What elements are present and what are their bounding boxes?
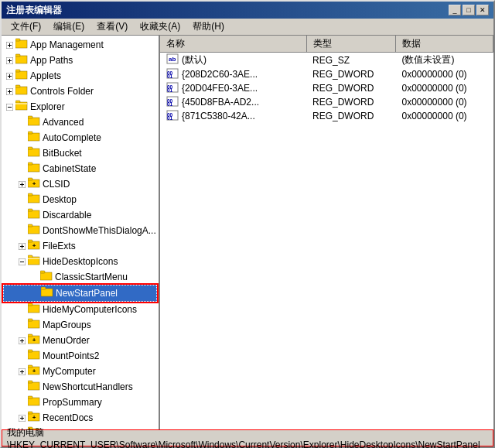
svg-rect-63 [28, 319, 32, 321]
expand-btn-hidedesktopicons[interactable] [15, 255, 28, 268]
svg-rect-60 [28, 305, 39, 313]
expand-btn-bitbucket[interactable] [15, 147, 28, 159]
svg-text:ab: ab [169, 56, 176, 63]
svg-rect-41 [28, 210, 39, 218]
tree-item-mountpoints2[interactable]: MountPoints2 [3, 348, 157, 364]
tree-item-app-paths[interactable]: App Paths [3, 53, 157, 68]
expand-btn-classicstartmenu[interactable] [28, 271, 40, 283]
menu-favorites[interactable]: 收藏夹(A) [134, 19, 186, 35]
tree-item-advanced[interactable]: Advanced [3, 115, 157, 130]
expand-btn-menuorder[interactable] [15, 334, 28, 347]
expand-btn-desktop[interactable] [15, 193, 28, 206]
tree-item-mapgroups[interactable]: MapGroups [3, 317, 157, 333]
tree-item-clsid[interactable]: +CLSID [3, 176, 157, 192]
menu-file[interactable]: 文件(F) [5, 19, 47, 35]
tree-item-desktop[interactable]: Desktop [3, 192, 157, 207]
expand-btn-mountpoints2[interactable] [15, 350, 28, 362]
tree-item-newshortcuthandlers[interactable]: NewShortcutHandlers [3, 379, 157, 395]
tree-item-app-management[interactable]: App Management [3, 37, 157, 53]
expand-btn-recentdocs[interactable] [15, 412, 28, 424]
tree-panel[interactable]: App ManagementApp PathsAppletsControls F… [2, 36, 160, 429]
tree-item-hidemycomputericons[interactable]: HideMyComputerIcons [3, 302, 157, 317]
expand-btn-clsid[interactable] [15, 178, 28, 190]
tree-item-newstartpanel[interactable]: NewStartPanel [3, 285, 157, 302]
menu-edit[interactable]: 编辑(E) [47, 19, 90, 35]
expand-btn-propsummary[interactable] [15, 396, 28, 409]
tree-item-controls-folder[interactable]: Controls Folder [3, 84, 157, 99]
expand-btn-donshowme[interactable] [15, 224, 28, 237]
registry-table: 名称 类型 数据 ab (默认)REG_SZ(数值未设置) 00 01 {208… [160, 36, 493, 123]
folder-icon-classicstartmenu [40, 270, 53, 284]
folder-icon-desktop [28, 193, 40, 207]
tree-item-classicstartmenu[interactable]: ClassicStartMenu [3, 269, 157, 285]
tree-item-cabinetstate[interactable]: CabinetState [3, 161, 157, 176]
folder-icon-donshowme [28, 224, 40, 238]
tree-item-bitbucket[interactable]: BitBucket [3, 145, 157, 161]
cell-type-4: REG_DWORD [306, 109, 396, 123]
expand-btn-mapgroups[interactable] [15, 319, 28, 331]
tree-label-mountpoints2: MountPoints2 [43, 350, 99, 362]
folder-icon-fileexts: + [28, 239, 40, 253]
tree-label-advanced: Advanced [43, 116, 84, 128]
tree-label-newshortcuthandlers: NewShortcutHandlers [43, 381, 133, 393]
tree-item-menuorder[interactable]: +MenuOrder [3, 333, 157, 348]
expand-btn-mycomputer[interactable] [15, 365, 28, 378]
tree-item-discardable[interactable]: Discardable [3, 207, 157, 223]
tree-item-donshowme[interactable]: DontShowMeThisDialogA... [3, 223, 157, 238]
tree-item-explorer[interactable]: Explorer [3, 99, 157, 115]
cell-name-4: 00 01 {871C5380-42A... [160, 109, 306, 123]
expand-btn-fileexts[interactable] [15, 240, 28, 252]
title-bar-buttons: _ □ ✕ [449, 5, 489, 15]
expand-btn-autocomplete[interactable] [15, 132, 28, 144]
tree-item-propsummary[interactable]: PropSummary [3, 395, 157, 410]
svg-text:+: + [32, 368, 36, 374]
expand-btn-explorer[interactable] [3, 101, 15, 113]
reg-icon-2: 00 01 [166, 82, 179, 95]
expand-btn-app-management[interactable] [3, 39, 15, 51]
svg-rect-62 [28, 320, 39, 328]
tree-label-app-management: App Management [30, 39, 104, 51]
tree-label-mapgroups: MapGroups [43, 319, 91, 331]
expand-btn-newshortcuthandlers[interactable] [15, 381, 28, 393]
reg-icon-0: ab [166, 53, 179, 67]
col-name[interactable]: 名称 [160, 36, 306, 53]
table-row[interactable]: 00 01 {208D2C60-3AE...REG_DWORD0x0000000… [160, 67, 493, 81]
cell-data-4: 0x00000000 (0) [396, 109, 493, 123]
folder-icon-applets [15, 69, 28, 83]
svg-text:01: 01 [167, 115, 173, 121]
title-bar: 注册表编辑器 _ □ ✕ [2, 2, 493, 19]
tree-item-fileexts[interactable]: +FileExts [3, 238, 157, 254]
tree-item-hidedesktopicons[interactable]: HideDesktopIcons [3, 254, 157, 269]
main-area: App ManagementApp PathsAppletsControls F… [2, 36, 493, 429]
list-view[interactable]: 名称 类型 数据 ab (默认)REG_SZ(数值未设置) 00 01 {208… [160, 36, 493, 429]
menu-help[interactable]: 帮助(H) [186, 19, 230, 35]
col-type[interactable]: 类型 [306, 36, 396, 53]
tree-item-recentdocs[interactable]: +RecentDocs [3, 410, 157, 426]
maximize-button[interactable]: □ [463, 5, 475, 15]
col-data[interactable]: 数据 [396, 36, 493, 53]
tree-item-mycomputer[interactable]: +MyComputer [3, 364, 157, 379]
table-row[interactable]: 00 01 {20D04FE0-3AE...REG_DWORD0x0000000… [160, 81, 493, 95]
table-row[interactable]: 00 01 {871C5380-42A...REG_DWORD0x0000000… [160, 109, 493, 123]
menu-view[interactable]: 查看(V) [90, 19, 134, 35]
svg-rect-40 [28, 193, 32, 196]
minimize-button[interactable]: _ [449, 5, 461, 15]
tree-item-autocomplete[interactable]: AutoComplete [3, 130, 157, 145]
expand-btn-advanced[interactable] [15, 116, 28, 128]
expand-btn-app-paths[interactable] [3, 54, 15, 67]
close-button[interactable]: ✕ [476, 5, 489, 15]
cell-name-3: 00 01 {450D8FBA-AD2... [160, 95, 306, 109]
expand-btn-newstartpanel[interactable] [29, 287, 41, 299]
expand-btn-discardable[interactable] [15, 209, 28, 221]
table-row[interactable]: ab (默认)REG_SZ(数值未设置) [160, 53, 493, 68]
tree-item-applets[interactable]: Applets [3, 68, 157, 84]
svg-rect-14 [15, 70, 20, 72]
tree-label-autocomplete: AutoComplete [43, 132, 101, 144]
folder-icon-discardable [28, 208, 40, 222]
svg-rect-23 [15, 101, 20, 103]
expand-btn-hidemycomputericons[interactable] [15, 303, 28, 316]
expand-btn-applets[interactable] [3, 70, 15, 82]
expand-btn-controls-folder[interactable] [3, 85, 15, 97]
expand-btn-cabinetstate[interactable] [15, 162, 28, 175]
table-row[interactable]: 00 01 {450D8FBA-AD2...REG_DWORD0x0000000… [160, 95, 493, 109]
